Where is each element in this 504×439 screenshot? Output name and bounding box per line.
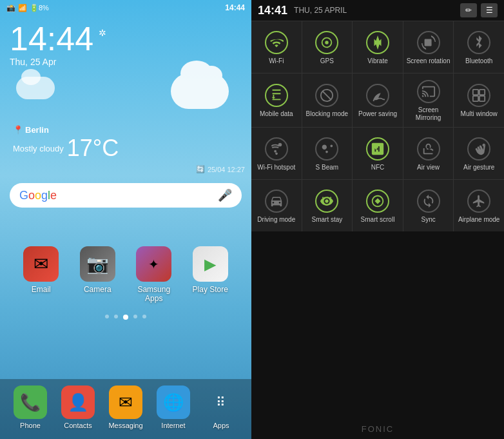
wifi-icon: [265, 31, 288, 54]
weather-widget: 14:44 ✲ Thu, 25 Apr: [0, 15, 251, 70]
qs-tile-gps[interactable]: GPS: [302, 21, 353, 73]
weather-clouds-area: [10, 70, 242, 122]
qs-tile-power-saving[interactable]: Power saving: [353, 73, 403, 127]
app-camera[interactable]: 📷 Camera: [75, 246, 120, 303]
camera-icon: 📷: [80, 246, 115, 282]
update-time: 25/04 12:27: [208, 166, 245, 173]
phone-icon: 📞: [14, 385, 47, 419]
right-clock: 14:41: [258, 4, 287, 17]
weather-update: 🔄 25/04 12:27: [0, 165, 251, 173]
app-samsung[interactable]: ✦ Samsung Apps: [131, 246, 177, 303]
blocking-mode-icon: [315, 84, 338, 107]
location-temp: 📍 Berlin Mostly cloudy 17°C: [13, 125, 119, 162]
qs-tile-driving-mode[interactable]: Driving mode: [251, 180, 302, 231]
qs-tile-multi-window[interactable]: Multi window: [454, 73, 504, 127]
mobile-data-icon: [265, 84, 288, 107]
dot-1: [105, 315, 109, 318]
search-bar[interactable]: Google 🎤: [10, 183, 242, 208]
signal-icon: 📶: [18, 4, 27, 12]
vibrate-icon: [366, 31, 389, 54]
messaging-icon: ✉: [109, 385, 142, 419]
internet-icon: 🌐: [157, 385, 190, 419]
qs-tile-air-view[interactable]: Air view: [403, 128, 454, 179]
wifi-label: Wi-Fi: [269, 57, 284, 65]
apps-label: Apps: [213, 422, 229, 429]
dock-internet[interactable]: 🌐 Internet: [154, 385, 193, 429]
email-label: Email: [32, 285, 51, 294]
dock-contacts[interactable]: 👤 Contacts: [59, 385, 97, 429]
wifi-hotspot-icon: [265, 137, 288, 161]
right-date: THU, 25 APRIL: [294, 6, 454, 15]
app-email[interactable]: ✉ Email: [19, 246, 64, 303]
wifi-hotspot-label: Wi-Fi hotspot: [257, 164, 295, 171]
battery-icon: 🔋8%: [30, 4, 49, 12]
qs-tile-blocking-mode[interactable]: Blocking mode: [302, 73, 353, 127]
gps-icon: [315, 31, 338, 54]
qs-tile-sync[interactable]: Sync: [403, 180, 454, 231]
left-status-bar: 📸 📶 🔋8% 14:44: [0, 0, 251, 15]
dot-4: [133, 315, 137, 318]
dot-2: [114, 315, 118, 318]
dock-apps[interactable]: ⠿ Apps: [202, 385, 240, 429]
svg-line-3: [323, 92, 331, 100]
qs-tile-wifi-hotspot[interactable]: Wi-Fi hotspot: [251, 128, 302, 179]
s-beam-icon: [315, 137, 338, 161]
screen-rotation-icon: [417, 31, 440, 54]
edit-button[interactable]: ✏: [460, 3, 477, 17]
phone-label: Phone: [20, 422, 41, 429]
airplane-mode-label: Airplane mode: [458, 216, 499, 224]
qs-tile-screen-rotation[interactable]: Screen rotation: [403, 21, 454, 73]
right-status-bar: 14:41 THU, 25 APRIL ✏ ☰: [251, 0, 504, 21]
bluetooth-label: Bluetooth: [465, 57, 492, 65]
screenshot-icon: 📸: [6, 4, 15, 12]
apps-row: ✉ Email 📷 Camera ✦ Samsung Apps ▶ Play S…: [0, 240, 251, 309]
driving-mode-label: Driving mode: [257, 216, 295, 224]
qs-tile-nfc[interactable]: NFC: [353, 128, 403, 179]
mobile-data-label: Mobile data: [260, 110, 293, 118]
gps-label: GPS: [320, 57, 334, 65]
air-gesture-label: Air gesture: [463, 164, 494, 171]
playstore-icon: ▶: [193, 246, 228, 282]
air-gesture-icon: [467, 137, 490, 161]
qs-tile-smart-scroll[interactable]: Smart scroll: [353, 180, 403, 231]
driving-mode-icon: [265, 190, 288, 213]
apps-grid-icon: ⠿: [204, 385, 238, 419]
camera-label: Camera: [84, 285, 111, 294]
sync-icon: [417, 190, 440, 213]
samsung-apps-icon: ✦: [136, 246, 171, 282]
svg-rect-6: [473, 96, 478, 101]
menu-button[interactable]: ☰: [481, 3, 498, 17]
smart-scroll-label: Smart scroll: [361, 216, 395, 224]
qs-tile-bluetooth[interactable]: Bluetooth: [454, 21, 504, 73]
clock-asterisk: ✲: [99, 28, 106, 37]
qs-tile-smart-stay[interactable]: Smart stay: [302, 180, 353, 231]
qs-tile-wifi[interactable]: Wi-Fi: [251, 21, 302, 73]
cloud-big: [171, 73, 229, 109]
mic-icon[interactable]: 🎤: [218, 188, 232, 202]
playstore-label: Play Store: [193, 285, 228, 294]
svg-rect-5: [480, 90, 485, 95]
dock-phone[interactable]: 📞 Phone: [11, 385, 50, 429]
email-icon: ✉: [23, 246, 59, 282]
qs-tile-mobile-data[interactable]: Mobile data: [251, 73, 302, 127]
weather-description: Mostly cloudy: [13, 144, 64, 153]
svg-rect-4: [473, 90, 478, 95]
page-dots: [0, 315, 251, 320]
left-status-icons: 📸 📶 🔋8%: [6, 4, 49, 12]
power-saving-icon: [366, 84, 389, 107]
left-clock-display: 14:44: [225, 3, 245, 12]
qs-tile-airplane-mode[interactable]: Airplane mode: [454, 180, 504, 231]
qs-tile-air-gesture[interactable]: Air gesture: [454, 128, 504, 179]
app-playstore[interactable]: ▶ Play Store: [188, 246, 233, 303]
update-icon: 🔄: [196, 165, 205, 173]
dock-messaging[interactable]: ✉ Messaging: [106, 385, 145, 429]
dot-5: [142, 315, 146, 318]
qs-tile-vibrate[interactable]: Vibrate: [353, 21, 403, 73]
screen-mirroring-label: Screen Mirroring: [406, 106, 451, 122]
location-pin: 📍: [13, 125, 23, 135]
right-status-icons: ✏ ☰: [460, 3, 498, 17]
sync-label: Sync: [421, 216, 435, 224]
qs-tile-s-beam[interactable]: S Beam: [302, 128, 353, 179]
qs-tile-screen-mirroring[interactable]: Screen Mirroring: [403, 73, 454, 127]
contacts-icon: 👤: [61, 385, 95, 419]
